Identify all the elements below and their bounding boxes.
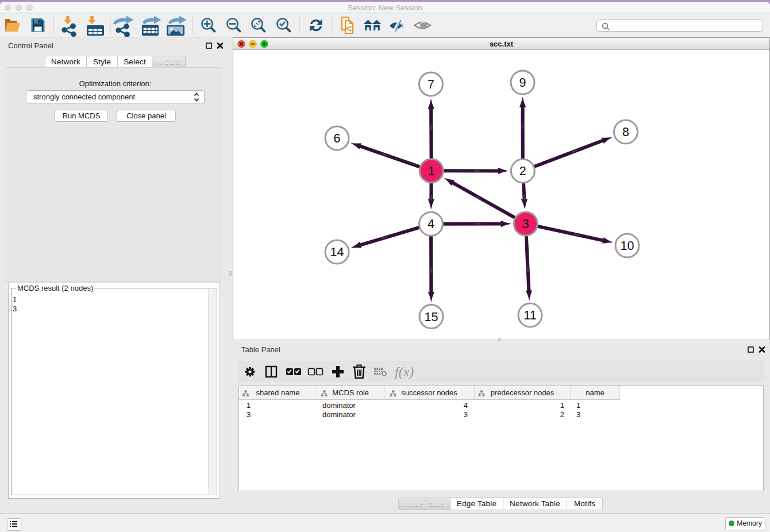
svg-text:8: 8 — [622, 125, 629, 139]
svg-text:6: 6 — [334, 132, 341, 145]
svg-text:14: 14 — [330, 245, 344, 259]
svg-text:9: 9 — [519, 76, 526, 90]
svg-text:4: 4 — [428, 217, 434, 231]
svg-text:1: 1 — [428, 164, 435, 178]
svg-text:3: 3 — [522, 217, 529, 231]
svg-text:15: 15 — [425, 310, 438, 324]
svg-text:11: 11 — [523, 309, 536, 322]
svg-text:f(x): f(x) — [395, 364, 414, 379]
svg-text:7: 7 — [428, 78, 434, 91]
svg-text:2: 2 — [519, 164, 526, 178]
svg-text:10: 10 — [621, 239, 634, 253]
